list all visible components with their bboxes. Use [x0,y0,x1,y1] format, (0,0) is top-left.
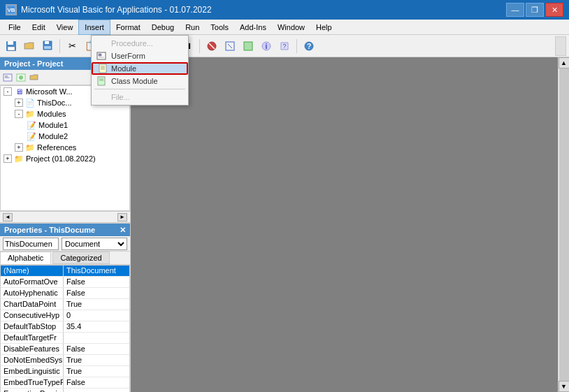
right-scrollbar[interactable]: ▲ ▼ [558,57,569,392]
menu-help[interactable]: Help [310,20,338,35]
svg-rect-22 [244,42,252,50]
prop-name-disablefeatures: DisableFeatures [1,344,64,354]
toolbar-debug2[interactable] [222,38,238,55]
toolbar-debug1[interactable] [203,38,220,55]
properties-close-btn[interactable]: ✕ [120,226,126,235]
prop-row-embedling[interactable]: EmbedLinguistic True [1,366,129,377]
prop-row-donotembed[interactable]: DoNotEmbedSys True [1,355,129,366]
svg-point-33 [19,75,23,80]
prop-value-embedling: True [64,366,129,377]
prop-value-disablefeatures: False [64,344,129,354]
tree-item-modules[interactable]: - 📁 Modules [1,108,129,119]
prop-value-donotembed: True [64,355,129,365]
prop-row-encryption[interactable]: EncryptionProvi [1,389,129,392]
menu-addins[interactable]: Add-Ins [234,20,272,35]
scroll-right[interactable]: ► [117,213,127,222]
menu-insert-classmodule[interactable]: Class Module [92,75,188,87]
file-icon [96,92,107,103]
project-toggle-folders[interactable] [28,71,41,84]
prop-row-embedtruetype[interactable]: EmbedTrueTypeF False [1,377,129,389]
tree-label-root: Microsoft W... [26,87,73,96]
tree-icon-module2: 📝 [26,131,37,141]
prop-row-autohyph[interactable]: AutoHyphenatic False [1,288,129,299]
properties-grid[interactable]: (Name) ThisDocument AutoFormatOve False … [0,265,130,392]
minimize-button[interactable]: — [506,3,524,17]
svg-rect-13 [8,41,13,45]
prop-row-chartdatapoint[interactable]: ChartDataPoint True [1,299,129,310]
menu-file[interactable]: File [3,20,27,35]
toolbar-scroll [555,36,566,56]
prop-name-donotembed: DoNotEmbedSys [1,355,64,365]
menu-insert[interactable]: Insert [78,20,110,35]
expand-references[interactable]: + [15,143,23,152]
menu-insert-file[interactable]: File... [92,91,188,103]
svg-rect-14 [8,47,15,50]
tree-label-thisdoc: ThisDoc... [37,99,72,107]
prop-name-defaulttab: DefaultTabStop [1,321,64,332]
tree-label-module1: Module1 [38,121,68,129]
prop-row-consechyp[interactable]: ConsecutiveHyp 0 [1,310,129,321]
menu-insert-userform[interactable]: UserForm [92,50,188,62]
expand-modules[interactable]: - [15,110,23,118]
project-view-object[interactable] [15,71,27,84]
scroll-left[interactable]: ◄ [3,213,13,222]
toolbar-save2[interactable] [39,38,56,55]
menu-insert-procedure[interactable]: Procedure... [92,37,188,50]
toolbar-debug5[interactable]: ? [276,38,293,55]
menu-format[interactable]: Format [110,20,146,35]
prop-name-name: (Name) [1,266,64,276]
menu-insert-module[interactable]: Module [92,62,188,75]
svg-line-21 [228,44,232,48]
toolbar-debug4[interactable]: i [258,38,275,55]
menu-edit[interactable]: Edit [27,20,51,35]
prop-name-autohyph: AutoHyphenatic [1,288,64,298]
tree-item-module2[interactable]: 📝 Module2 [1,131,129,142]
tree-item-module1[interactable]: 📝 Module1 [1,119,129,131]
prop-row-disablefeatures[interactable]: DisableFeatures False [1,344,129,355]
svg-text:VB: VB [7,7,15,13]
restore-button[interactable]: ❐ [526,3,544,17]
prop-value-autoformat: False [64,277,129,287]
tree-item-references[interactable]: + 📁 References [1,142,129,153]
module-icon [97,63,108,74]
userform-icon [96,50,107,61]
app-icon: VB [6,4,17,15]
scroll-down-btn[interactable]: ▼ [559,381,570,392]
title-bar-controls[interactable]: — ❐ ✕ [506,3,563,17]
tree-icon-module1: 📝 [26,120,37,130]
prop-name-autoformat: AutoFormatOve [1,277,64,287]
prop-value-embedtruetype: False [64,377,129,388]
prop-name-embedling: EmbedLinguistic [1,366,64,377]
toolbar-help[interactable]: ? [301,38,317,55]
scroll-up-btn[interactable]: ▲ [559,57,570,68]
properties-panel-label: Properties - ThisDocume [4,226,95,234]
expand-thisdoc[interactable]: + [15,99,23,107]
prop-row-name[interactable]: (Name) ThisDocument [1,266,129,277]
prop-name-encryption: EncryptionProvi [1,389,64,392]
toolbar-open[interactable] [21,38,38,55]
prop-row-autoformat[interactable]: AutoFormatOve False [1,277,129,288]
menu-view[interactable]: View [51,20,79,35]
menu-run[interactable]: Run [180,20,205,35]
tab-alphabetic[interactable]: Alphabetic [0,252,51,264]
menu-debug[interactable]: Debug [146,20,180,35]
toolbar-cut[interactable]: ✂ [64,38,80,55]
expand-project2[interactable]: + [3,154,12,163]
tab-categorized[interactable]: Categorized [52,252,109,264]
scroll-track[interactable] [559,68,569,381]
menu-tools[interactable]: Tools [205,20,234,35]
tree-item-project2[interactable]: + 📁 Project (01.08.2022) [1,153,129,164]
prop-row-defaulttab[interactable]: DefaultTabStop 35.4 [1,321,129,333]
project-view-code[interactable] [1,71,14,84]
toolbar-save[interactable] [3,38,20,55]
tree-label-module2: Module2 [38,132,68,140]
close-button[interactable]: ✕ [545,3,563,17]
menu-window[interactable]: Window [272,20,310,35]
properties-object-name[interactable] [3,238,59,250]
toolbar-debug3[interactable] [240,38,257,55]
properties-object-type[interactable]: Document [62,238,127,250]
code-editor-area[interactable]: ▲ ▼ [131,57,569,392]
insert-dropdown-menu: Procedure... UserForm Modul [91,35,189,106]
expand-root[interactable]: - [3,87,12,96]
prop-row-defaulttarget[interactable]: DefaultTargetFr [1,333,129,344]
